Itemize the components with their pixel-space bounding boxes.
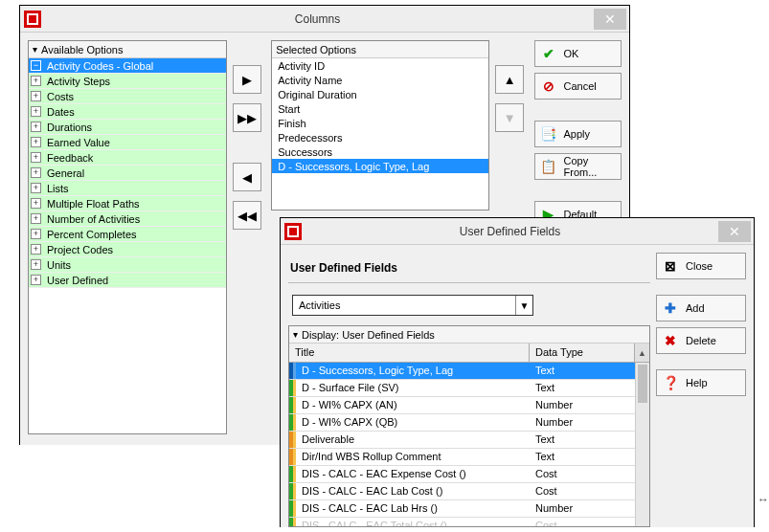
tree-row[interactable]: +Lists: [29, 181, 226, 196]
chevron-down-icon: ▼: [515, 296, 532, 315]
move-up-button[interactable]: ▲: [495, 65, 524, 94]
cell-data-type: Cost: [530, 518, 635, 526]
udf-select-value: Activities: [299, 299, 340, 311]
columns-title: Columns: [41, 12, 594, 26]
list-item[interactable]: Original Duration: [272, 87, 488, 101]
tree-expander-icon[interactable]: +: [31, 198, 41, 209]
selected-options-list[interactable]: Activity IDActivity NameOriginal Duratio…: [272, 58, 488, 210]
cell-data-type: Number: [530, 414, 635, 431]
cancel-button[interactable]: Cancel: [534, 73, 622, 100]
ok-button[interactable]: ✔ OK: [534, 40, 622, 67]
udf-titlebar-close-button[interactable]: ✕: [718, 221, 751, 242]
tree-row-label: Lists: [47, 183, 69, 194]
table-row[interactable]: DIS - CALC - EAC Lab Cost ()Cost: [289, 483, 635, 500]
move-down-button[interactable]: ▼: [495, 103, 524, 132]
tree-row[interactable]: +General: [29, 166, 226, 181]
udf-display-bar[interactable]: ▾ Display: User Defined Fields: [289, 326, 649, 344]
oracle-icon: [284, 223, 302, 240]
help-button[interactable]: ❓ Help: [656, 369, 746, 396]
table-row[interactable]: Dir/Ind WBS Rollup CommentText: [289, 449, 635, 466]
close-button[interactable]: ⊠ Close: [656, 253, 746, 279]
tree-expander-icon[interactable]: +: [31, 275, 41, 285]
available-options-tree[interactable]: −Activity Codes - Global+Activity Steps+…: [29, 58, 226, 433]
tree-row[interactable]: +Activity Steps: [29, 74, 226, 89]
tree-row[interactable]: +Project Codes: [29, 242, 226, 257]
column-header-data-type[interactable]: Data Type: [530, 344, 635, 362]
tree-expander-icon[interactable]: +: [31, 137, 41, 147]
cell-title: D - WI% CAPX (AN): [296, 397, 530, 413]
cell-data-type: Number: [530, 500, 635, 517]
tree-row[interactable]: +User Defined: [29, 273, 226, 288]
udf-window: User Defined Fields ✕ User Defined Field…: [280, 217, 755, 527]
list-item[interactable]: D - Successors, Logic Type, Lag: [272, 159, 488, 173]
tree-expander-icon[interactable]: +: [31, 76, 41, 86]
tree-row[interactable]: +Number of Activities: [29, 211, 226, 227]
tree-row[interactable]: +Dates: [29, 104, 226, 120]
check-icon: ✔: [541, 46, 556, 61]
list-item[interactable]: Start: [272, 101, 488, 116]
table-row[interactable]: DIS - CALC - EAC Expense Cost ()Cost: [289, 466, 635, 483]
apply-label: Apply: [564, 128, 591, 140]
table-row[interactable]: D - Surface File (SV)Text: [289, 380, 635, 397]
list-item[interactable]: Successors: [272, 144, 488, 159]
tree-expander-icon[interactable]: +: [31, 167, 41, 178]
tree-row[interactable]: −Activity Codes - Global: [29, 58, 226, 74]
list-item[interactable]: Finish: [272, 116, 488, 130]
table-row[interactable]: D - WI% CAPX (AN)Number: [289, 397, 635, 414]
list-item[interactable]: Activity Name: [272, 73, 488, 87]
list-item[interactable]: Predecessors: [272, 130, 488, 144]
tree-expander-icon[interactable]: +: [31, 106, 41, 117]
close-icon: ⊠: [663, 258, 678, 274]
table-row[interactable]: D - Successors, Logic Type, LagText: [289, 363, 635, 380]
move-left-button[interactable]: ◀: [233, 163, 261, 191]
tree-row-label: General: [47, 167, 84, 179]
move-left-all-button[interactable]: ◀◀: [233, 201, 261, 230]
add-button[interactable]: ✚ Add: [656, 295, 746, 321]
tree-row[interactable]: +Units: [29, 257, 226, 273]
copy-from-button[interactable]: 📋 Copy From...: [534, 153, 622, 180]
delete-button[interactable]: ✖ Delete: [656, 327, 746, 354]
tree-expander-icon[interactable]: +: [31, 152, 41, 163]
udf-subject-select[interactable]: Activities ▼: [292, 295, 533, 316]
tree-expander-icon[interactable]: +: [31, 229, 41, 239]
cell-data-type: Cost: [530, 466, 635, 482]
selected-options-label: Selected Options: [276, 44, 356, 55]
apply-button[interactable]: 📑 Apply: [534, 121, 622, 147]
move-right-button[interactable]: ▶: [233, 65, 261, 94]
table-row[interactable]: DeliverableText: [289, 432, 635, 449]
help-label: Help: [686, 377, 708, 388]
column-header-title[interactable]: Title: [289, 344, 530, 362]
udf-grid-body[interactable]: D - Successors, Logic Type, LagTextD - S…: [289, 363, 649, 526]
table-row[interactable]: D - WI% CAPX (QB)Number: [289, 414, 635, 432]
columns-close-button[interactable]: ✕: [594, 9, 626, 30]
tree-row[interactable]: +Costs: [29, 89, 226, 104]
list-item[interactable]: Activity ID: [272, 58, 488, 73]
tree-expander-icon[interactable]: +: [31, 122, 41, 132]
udf-grid-header: Title Data Type ▲: [289, 344, 649, 363]
tree-expander-icon[interactable]: +: [31, 244, 41, 255]
tree-row[interactable]: +Percent Completes: [29, 227, 226, 242]
table-row[interactable]: DIS - CALC - EAC Lab Hrs ()Number: [289, 500, 635, 518]
tree-row-label: Durations: [47, 122, 92, 133]
tree-row-label: Project Codes: [47, 244, 113, 255]
table-row[interactable]: DIS - CALC - EAC Total Cost ()Cost: [289, 518, 635, 526]
tree-expander-icon[interactable]: +: [31, 183, 41, 193]
tree-expander-icon[interactable]: −: [31, 60, 41, 71]
move-buttons-column: ▶ ▶▶ ◀ ◀◀: [233, 40, 265, 437]
tree-row[interactable]: +Multiple Float Paths: [29, 196, 226, 211]
resize-handle-icon: ↔: [758, 493, 769, 506]
tree-row[interactable]: +Durations: [29, 120, 226, 135]
available-options-header[interactable]: ▾ Available Options: [29, 41, 226, 58]
tree-row-label: Activity Codes - Global: [47, 60, 153, 72]
move-right-all-button[interactable]: ▶▶: [233, 103, 261, 132]
delete-icon: ✖: [663, 333, 678, 348]
tree-expander-icon[interactable]: +: [31, 259, 41, 270]
scrollbar[interactable]: [635, 363, 649, 526]
scroll-up-button[interactable]: ▲: [635, 344, 649, 362]
tree-expander-icon[interactable]: +: [31, 213, 41, 224]
tree-row[interactable]: +Feedback: [29, 150, 226, 166]
tree-row-label: User Defined: [47, 275, 108, 286]
tree-expander-icon[interactable]: +: [31, 91, 41, 101]
tree-row[interactable]: +Earned Value: [29, 135, 226, 150]
scrollbar-thumb[interactable]: [638, 365, 647, 403]
